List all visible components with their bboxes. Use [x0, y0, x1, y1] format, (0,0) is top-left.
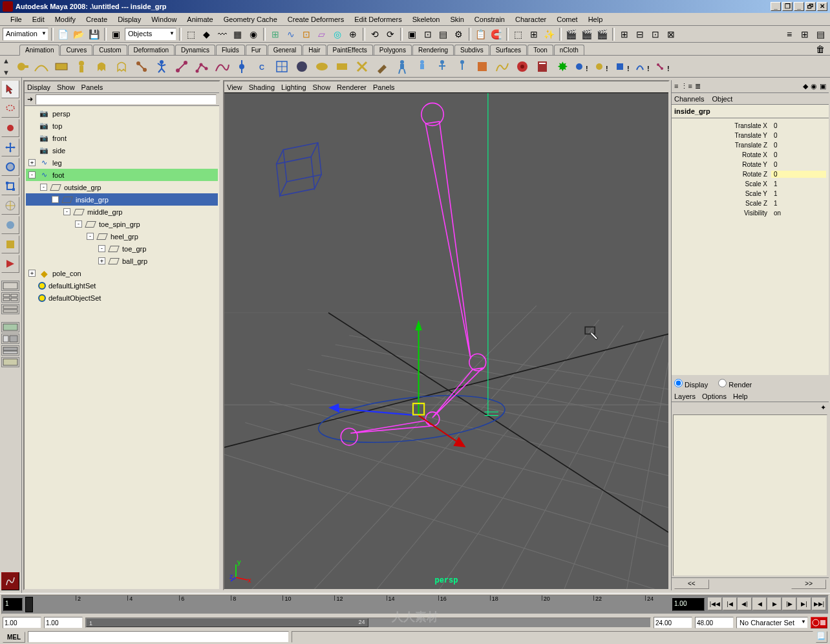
outliner-item-side[interactable]: +📷side [26, 144, 218, 156]
module-selector[interactable]: Animation [3, 28, 48, 41]
attr-label-translate-x[interactable]: Translate X [674, 122, 771, 129]
shelf-detach-skin-icon[interactable] [352, 57, 372, 76]
playback-button-4[interactable]: ▶ [767, 597, 782, 610]
range-end-field[interactable] [695, 617, 734, 628]
layout-single-button[interactable] [1, 281, 19, 291]
shelf-tab-fluids[interactable]: Fluids [216, 45, 245, 55]
shelf-smooth-bind-icon[interactable] [312, 57, 332, 76]
menu-file[interactable]: File [5, 14, 27, 25]
render-icon[interactable]: ▣ [405, 27, 420, 41]
menu-constrain[interactable]: Constrain [469, 14, 510, 25]
shelf-joint-icon[interactable] [172, 57, 191, 76]
shelf-green-star-icon[interactable]: ✸ [553, 57, 572, 76]
select-curve-icon[interactable]: 〰 [215, 27, 229, 41]
menu-create-deformers[interactable]: Create Deformers [282, 14, 349, 25]
shelf-tab-painteffects[interactable]: PaintEffects [327, 45, 373, 55]
expander-icon[interactable]: - [75, 220, 82, 228]
outliner-menu-display[interactable]: Display [27, 83, 50, 91]
attr-label-scale-x[interactable]: Scale X [674, 180, 771, 188]
cb-icon6[interactable]: ▣ [820, 82, 826, 91]
attr-label-rotate-z[interactable]: Rotate Z [674, 171, 771, 178]
outliner-item-defaultobjectset[interactable]: +defaultObjectSet [26, 292, 218, 304]
save-scene-button[interactable]: 💾 [87, 27, 101, 41]
layout3-icon[interactable]: ⊡ [648, 27, 663, 41]
object-tab[interactable]: Object [712, 95, 732, 103]
shelf-tab-ncloth[interactable]: nCloth [554, 45, 584, 55]
menu-skeleton[interactable]: Skeleton [407, 14, 445, 25]
attr-value-scale-z[interactable]: 1 [771, 200, 826, 207]
shelf-skeleton-ball-icon[interactable] [292, 57, 312, 76]
attr-label-rotate-x[interactable]: Rotate X [674, 151, 771, 158]
expander-icon[interactable]: - [98, 245, 105, 252]
time-start-field[interactable]: 1 [3, 598, 23, 611]
expander-icon[interactable]: + [28, 159, 36, 166]
range-inner-start-field[interactable] [44, 617, 83, 628]
attr-label-visibility[interactable]: Visibility [674, 209, 771, 217]
outliner-item-persp[interactable]: +📷persp [26, 107, 218, 120]
render-globals-icon[interactable]: ⚙ [452, 27, 466, 41]
attr-label-translate-y[interactable]: Translate Y [674, 132, 771, 139]
shelf-graph-icon[interactable] [493, 57, 512, 76]
viewport-menu-panels[interactable]: Panels [373, 83, 395, 91]
menu-window[interactable]: Window [146, 14, 182, 25]
playback-button-0[interactable]: |◀◀ [708, 597, 722, 610]
layer-menu-layers[interactable]: Layers [674, 392, 696, 400]
snap-live-icon[interactable]: ◎ [330, 27, 345, 41]
input-line-icon[interactable]: ⬚ [511, 27, 526, 41]
outliner-item-pole_con[interactable]: +◆pole_con [26, 267, 218, 279]
attr-value-translate-z[interactable]: 0 [771, 142, 826, 149]
close-button[interactable]: ✕ [817, 2, 827, 11]
selection-mask-button[interactable]: ▣ [109, 27, 123, 41]
attr-value-visibility[interactable]: on [771, 209, 826, 217]
shelf-tab-hair[interactable]: Hair [303, 45, 326, 55]
time-slider[interactable]: 1 24681012141618202224 1.00 |◀◀|◀◀|◀▶|▶▶… [1, 595, 829, 614]
attr-value-scale-y[interactable]: 1 [771, 190, 826, 197]
layer-menu-options[interactable]: Options [702, 392, 727, 400]
shelf-rigid-bind-icon[interactable] [332, 57, 352, 76]
command-input[interactable] [28, 631, 289, 643]
shelf-orange-tool-icon[interactable] [473, 57, 492, 76]
shelf-tab-deformation[interactable]: Deformation [128, 45, 175, 55]
new-layer-icon[interactable]: ✦ [820, 403, 826, 411]
shelf-book-icon[interactable] [533, 57, 552, 76]
move-tool-button[interactable] [1, 138, 19, 156]
viewport-menu-view[interactable]: View [227, 83, 242, 91]
shelf-tab-subdivs[interactable]: Subdivs [454, 45, 489, 55]
channel-box-toggle-icon[interactable]: ≡ [782, 27, 796, 41]
shelf-insert-joint-icon[interactable] [232, 57, 251, 76]
shelf-excl5-icon[interactable]: ! [653, 57, 672, 76]
outliner-item-top[interactable]: +📷top [26, 120, 218, 132]
trash-icon[interactable]: 🗑 [816, 44, 825, 54]
outliner-item-ball_grp[interactable]: +ball_grp [26, 255, 218, 267]
shelf-motion-path-icon[interactable] [132, 57, 151, 76]
outliner-menu-show[interactable]: Show [57, 83, 75, 91]
outliner-item-toe_grp[interactable]: -toe_grp [26, 242, 218, 255]
selection-mode-dropdown[interactable]: Objects [125, 28, 176, 41]
menu-display[interactable]: Display [112, 14, 146, 25]
shelf-tab-custom[interactable]: Custom [93, 45, 127, 55]
cb-icon5[interactable]: ◉ [811, 82, 817, 91]
layout-two-h-button[interactable] [1, 304, 19, 314]
select-surface-icon[interactable]: ▦ [231, 27, 245, 41]
shelf-cluster-icon[interactable]: C [252, 57, 271, 76]
shelf-running-man-icon[interactable] [152, 57, 171, 76]
layout-four-button[interactable] [1, 292, 19, 303]
shelf-unghost-icon[interactable] [112, 57, 131, 76]
shelf-key-icon[interactable] [12, 57, 31, 76]
range-inner-end-field[interactable] [654, 617, 692, 628]
range-start-field[interactable] [3, 617, 41, 628]
snap-plane-icon[interactable]: ▱ [315, 27, 329, 41]
auto-key-button[interactable] [811, 617, 827, 628]
shelf-ik-spline-icon[interactable] [212, 57, 231, 76]
menu-edit[interactable]: Edit [27, 14, 50, 25]
snap-curve-icon[interactable]: ∿ [284, 27, 298, 41]
attr-label-scale-y[interactable]: Scale Y [674, 190, 771, 197]
menu-create[interactable]: Create [81, 14, 112, 25]
outliner-arrow-icon[interactable]: ➜ [27, 95, 33, 103]
shelf-ik-handle-icon[interactable] [192, 57, 211, 76]
clapboard1-icon[interactable]: 🎬 [564, 27, 579, 41]
outliner-menu-panels[interactable]: Panels [81, 83, 103, 91]
layout1-icon[interactable]: ⊞ [617, 27, 632, 41]
select-joint-icon[interactable]: ◆ [200, 27, 214, 41]
outliner-item-outside_grp[interactable]: -outside_grp [26, 181, 218, 193]
